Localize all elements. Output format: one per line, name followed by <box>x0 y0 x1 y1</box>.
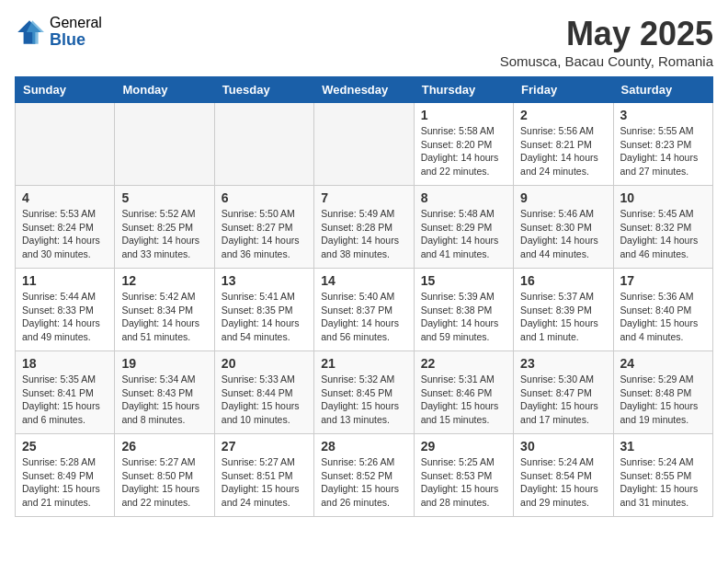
calendar-cell: 27Sunrise: 5:27 AMSunset: 8:51 PMDayligh… <box>214 434 313 517</box>
day-number: 3 <box>620 108 706 122</box>
day-info: Sunrise: 5:48 AMSunset: 8:29 PMDaylight:… <box>421 207 506 261</box>
day-number: 28 <box>321 439 406 454</box>
day-info: Sunrise: 5:37 AMSunset: 8:39 PMDaylight:… <box>520 290 606 344</box>
day-info: Sunrise: 5:28 AMSunset: 8:49 PMDaylight:… <box>22 455 108 510</box>
title-section: May 2025 Somusca, Bacau County, Romania <box>500 15 713 69</box>
day-number: 22 <box>421 356 506 371</box>
logo-blue: Blue <box>50 31 102 50</box>
calendar-cell: 20Sunrise: 5:33 AMSunset: 8:44 PMDayligh… <box>214 351 313 434</box>
day-info: Sunrise: 5:24 AMSunset: 8:54 PMDaylight:… <box>520 455 606 510</box>
column-header-thursday: Thursday <box>414 77 513 103</box>
calendar-cell: 29Sunrise: 5:25 AMSunset: 8:53 PMDayligh… <box>414 434 513 517</box>
calendar-cell: 22Sunrise: 5:31 AMSunset: 8:46 PMDayligh… <box>414 351 513 434</box>
day-info: Sunrise: 5:58 AMSunset: 8:20 PMDaylight:… <box>421 124 506 178</box>
calendar-cell: 9Sunrise: 5:46 AMSunset: 8:30 PMDaylight… <box>514 186 613 269</box>
day-number: 16 <box>520 273 606 288</box>
day-number: 19 <box>121 356 207 371</box>
calendar-cell: 24Sunrise: 5:29 AMSunset: 8:48 PMDayligh… <box>613 351 712 434</box>
day-info: Sunrise: 5:50 AMSunset: 8:27 PMDaylight:… <box>222 207 307 261</box>
day-info: Sunrise: 5:55 AMSunset: 8:23 PMDaylight:… <box>620 124 706 178</box>
calendar-cell: 10Sunrise: 5:45 AMSunset: 8:32 PMDayligh… <box>613 186 712 269</box>
day-number: 4 <box>22 190 108 205</box>
calendar-cell: 14Sunrise: 5:40 AMSunset: 8:37 PMDayligh… <box>314 269 414 351</box>
day-number: 21 <box>321 356 406 371</box>
day-info: Sunrise: 5:27 AMSunset: 8:50 PMDaylight:… <box>121 455 207 510</box>
column-header-sunday: Sunday <box>16 77 115 103</box>
day-info: Sunrise: 5:39 AMSunset: 8:38 PMDaylight:… <box>421 290 506 344</box>
calendar-cell <box>214 103 313 186</box>
calendar-cell: 26Sunrise: 5:27 AMSunset: 8:50 PMDayligh… <box>115 434 214 517</box>
day-number: 27 <box>222 439 307 454</box>
day-number: 12 <box>121 273 207 288</box>
calendar-cell: 23Sunrise: 5:30 AMSunset: 8:47 PMDayligh… <box>514 351 613 434</box>
calendar-cell: 2Sunrise: 5:56 AMSunset: 8:21 PMDaylight… <box>514 103 613 186</box>
calendar-cell: 4Sunrise: 5:53 AMSunset: 8:24 PMDaylight… <box>16 186 115 269</box>
day-number: 15 <box>421 273 506 288</box>
month-year-title: May 2025 <box>500 15 713 53</box>
calendar-cell: 25Sunrise: 5:28 AMSunset: 8:49 PMDayligh… <box>16 434 115 517</box>
day-info: Sunrise: 5:30 AMSunset: 8:47 PMDaylight:… <box>520 373 606 427</box>
column-header-tuesday: Tuesday <box>214 77 313 103</box>
day-number: 11 <box>22 273 108 288</box>
day-info: Sunrise: 5:41 AMSunset: 8:35 PMDaylight:… <box>222 290 307 344</box>
calendar-cell: 16Sunrise: 5:37 AMSunset: 8:39 PMDayligh… <box>514 269 613 351</box>
calendar-header-row: SundayMondayTuesdayWednesdayThursdayFrid… <box>16 77 713 103</box>
calendar-week-row: 1Sunrise: 5:58 AMSunset: 8:20 PMDaylight… <box>16 103 713 186</box>
day-number: 2 <box>520 108 606 122</box>
calendar-week-row: 11Sunrise: 5:44 AMSunset: 8:33 PMDayligh… <box>16 269 713 351</box>
logo-text: General Blue <box>50 15 102 49</box>
calendar-cell: 19Sunrise: 5:34 AMSunset: 8:43 PMDayligh… <box>115 351 214 434</box>
calendar-week-row: 18Sunrise: 5:35 AMSunset: 8:41 PMDayligh… <box>16 351 713 434</box>
calendar-cell: 17Sunrise: 5:36 AMSunset: 8:40 PMDayligh… <box>613 269 712 351</box>
day-number: 26 <box>121 439 207 454</box>
column-header-monday: Monday <box>115 77 214 103</box>
day-info: Sunrise: 5:24 AMSunset: 8:55 PMDaylight:… <box>620 455 706 510</box>
day-info: Sunrise: 5:31 AMSunset: 8:46 PMDaylight:… <box>421 373 506 427</box>
calendar-week-row: 4Sunrise: 5:53 AMSunset: 8:24 PMDaylight… <box>16 186 713 269</box>
day-info: Sunrise: 5:44 AMSunset: 8:33 PMDaylight:… <box>22 290 108 344</box>
day-info: Sunrise: 5:49 AMSunset: 8:28 PMDaylight:… <box>321 207 406 261</box>
calendar-cell: 8Sunrise: 5:48 AMSunset: 8:29 PMDaylight… <box>414 186 513 269</box>
calendar-cell: 12Sunrise: 5:42 AMSunset: 8:34 PMDayligh… <box>115 269 214 351</box>
day-info: Sunrise: 5:33 AMSunset: 8:44 PMDaylight:… <box>222 373 307 427</box>
calendar-cell: 15Sunrise: 5:39 AMSunset: 8:38 PMDayligh… <box>414 269 513 351</box>
day-number: 7 <box>321 190 406 205</box>
calendar-table: SundayMondayTuesdayWednesdayThursdayFrid… <box>15 76 713 517</box>
column-header-saturday: Saturday <box>613 77 712 103</box>
day-number: 9 <box>520 190 606 205</box>
day-info: Sunrise: 5:29 AMSunset: 8:48 PMDaylight:… <box>620 373 706 427</box>
day-info: Sunrise: 5:53 AMSunset: 8:24 PMDaylight:… <box>22 207 108 261</box>
calendar-cell: 21Sunrise: 5:32 AMSunset: 8:45 PMDayligh… <box>314 351 414 434</box>
day-info: Sunrise: 5:36 AMSunset: 8:40 PMDaylight:… <box>620 290 706 344</box>
day-info: Sunrise: 5:45 AMSunset: 8:32 PMDaylight:… <box>620 207 706 261</box>
day-number: 25 <box>22 439 108 454</box>
day-number: 29 <box>421 439 506 454</box>
day-number: 14 <box>321 273 406 288</box>
logo-icon <box>15 17 44 47</box>
calendar-cell <box>314 103 414 186</box>
day-info: Sunrise: 5:27 AMSunset: 8:51 PMDaylight:… <box>222 455 307 510</box>
calendar-week-row: 25Sunrise: 5:28 AMSunset: 8:49 PMDayligh… <box>16 434 713 517</box>
day-info: Sunrise: 5:32 AMSunset: 8:45 PMDaylight:… <box>321 373 406 427</box>
day-info: Sunrise: 5:40 AMSunset: 8:37 PMDaylight:… <box>321 290 406 344</box>
calendar-cell: 13Sunrise: 5:41 AMSunset: 8:35 PMDayligh… <box>214 269 313 351</box>
day-info: Sunrise: 5:25 AMSunset: 8:53 PMDaylight:… <box>421 455 506 510</box>
calendar-cell: 31Sunrise: 5:24 AMSunset: 8:55 PMDayligh… <box>613 434 712 517</box>
day-info: Sunrise: 5:46 AMSunset: 8:30 PMDaylight:… <box>520 207 606 261</box>
logo-general: General <box>50 15 102 31</box>
calendar-cell: 11Sunrise: 5:44 AMSunset: 8:33 PMDayligh… <box>16 269 115 351</box>
calendar-cell: 3Sunrise: 5:55 AMSunset: 8:23 PMDaylight… <box>613 103 712 186</box>
calendar-cell: 30Sunrise: 5:24 AMSunset: 8:54 PMDayligh… <box>514 434 613 517</box>
day-number: 20 <box>222 356 307 371</box>
column-header-friday: Friday <box>514 77 613 103</box>
day-info: Sunrise: 5:52 AMSunset: 8:25 PMDaylight:… <box>121 207 207 261</box>
day-number: 10 <box>620 190 706 205</box>
calendar-cell <box>115 103 214 186</box>
logo: General Blue <box>15 15 102 49</box>
day-number: 17 <box>620 273 706 288</box>
calendar-cell: 18Sunrise: 5:35 AMSunset: 8:41 PMDayligh… <box>16 351 115 434</box>
day-number: 1 <box>421 108 506 122</box>
calendar-cell: 5Sunrise: 5:52 AMSunset: 8:25 PMDaylight… <box>115 186 214 269</box>
day-info: Sunrise: 5:34 AMSunset: 8:43 PMDaylight:… <box>121 373 207 427</box>
day-number: 23 <box>520 356 606 371</box>
